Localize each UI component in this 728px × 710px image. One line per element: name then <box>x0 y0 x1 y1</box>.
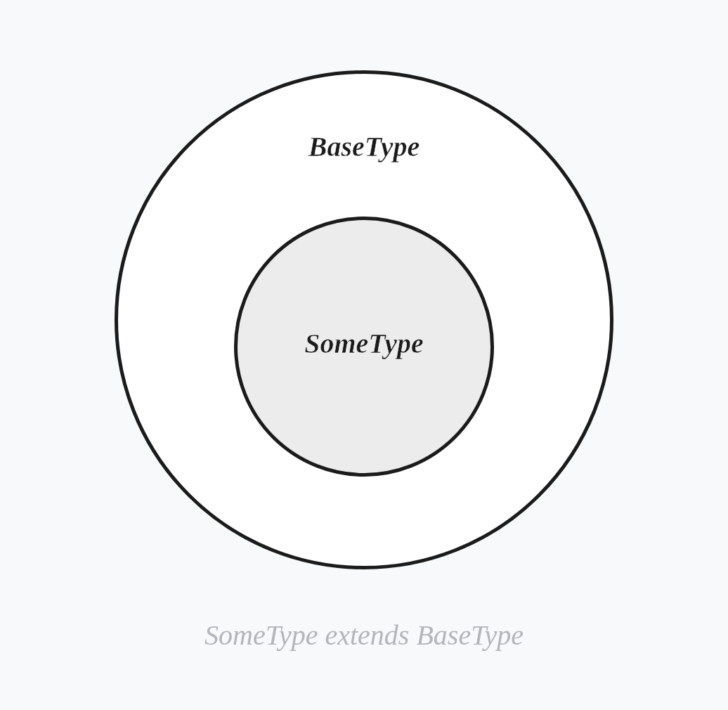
diagram-container: BaseType SomeType SomeType extends BaseT… <box>0 0 728 710</box>
outer-circle-label: BaseType <box>308 130 420 163</box>
diagram-caption: SomeType extends BaseType <box>204 619 524 652</box>
inner-circle-label: SomeType <box>304 327 424 360</box>
